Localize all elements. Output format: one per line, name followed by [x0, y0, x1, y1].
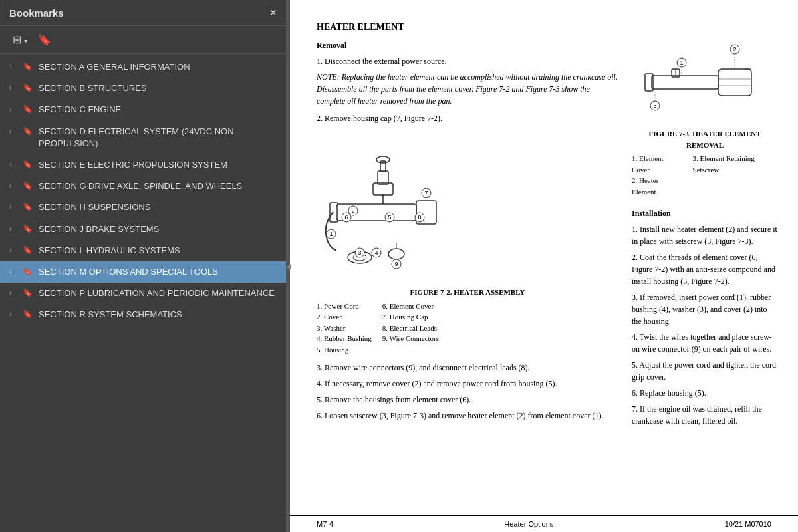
bookmark-page-icon: 🔖	[23, 267, 33, 276]
left-column: Removal 1. Disconnect the external power…	[317, 39, 618, 431]
legend-2-9: 9. Wire Connectors	[382, 333, 439, 344]
step-4: 4. If necessary, remove cover (2) and re…	[317, 378, 618, 390]
svg-text:6: 6	[344, 214, 348, 221]
sidebar-item-section-g[interactable]: ›🔖SECTION G DRIVE AXLE, SPINDLE, AND WHE…	[0, 176, 286, 197]
sidebar-item-label: SECTION D ELECTRICAL SYSTEM (24VDC NON-P…	[39, 126, 279, 150]
sidebar-item-label: SECTION M OPTIONS AND SPECIAL TOOLS	[39, 266, 218, 278]
svg-text:5: 5	[388, 214, 391, 221]
sidebar-item-label: SECTION C ENGINE	[39, 104, 121, 116]
legend-3-3: 3. Element Retaining Setscrew	[693, 153, 778, 175]
svg-text:1: 1	[329, 231, 332, 237]
legend-2-6: 6. Element Cover	[382, 301, 439, 312]
legend-3-2: 2. Heater Element	[632, 175, 682, 197]
removal-heading: Removal	[317, 39, 618, 51]
chevron-icon: ›	[9, 63, 17, 70]
sidebar-item-section-m[interactable]: ›🔖SECTION M OPTIONS AND SPECIAL TOOLS	[0, 261, 286, 283]
sidebar-item-label: SECTION P LUBRICATION AND PERIODIC MAINT…	[39, 287, 275, 299]
svg-text:8: 8	[418, 214, 421, 221]
installation-heading: Installation	[632, 207, 778, 219]
legend-2-8: 8. Electrical Leads	[382, 323, 439, 334]
inst-5: 5. Adjust the power cord and tighten the…	[632, 359, 778, 383]
sidebar-item-section-d[interactable]: ›🔖SECTION D ELECTRICAL SYSTEM (24VDC NON…	[0, 121, 286, 154]
chevron-icon: ›	[9, 160, 17, 168]
bookmark-page-icon: 🔖	[23, 202, 33, 211]
svg-text:4: 4	[374, 249, 378, 256]
svg-text:7: 7	[424, 190, 428, 196]
chevron-icon: ›	[9, 182, 17, 190]
inst-7: 7. If the engine oil was drained, refill…	[632, 403, 778, 427]
step-2: 2. Remove housing cap (7, Figure 7-2).	[317, 112, 618, 124]
chevron-icon: ›	[9, 310, 17, 318]
legend-2-7: 7. Housing Cap	[382, 311, 439, 323]
inst-1: 1. Install new heater element (2) and se…	[632, 223, 778, 247]
sidebar-item-label: SECTION L HYDRAULIC SYSTEMS	[39, 245, 180, 257]
svg-rect-5	[378, 171, 388, 184]
figure-7-3: 1 2 3 FIGURE 7-3. HEATER ELEMENT REMOVAL	[632, 39, 778, 197]
sidebar-list: ›🔖SECTION A GENERAL INFORMATION›🔖SECTION…	[0, 54, 286, 532]
legend-2-4: 4. Rubber Bushing	[317, 333, 372, 344]
chevron-icon: ›	[9, 246, 17, 254]
step-6: 6. Loosen setscrew (3, Figure 7-3) and r…	[317, 410, 618, 422]
svg-text:2: 2	[733, 46, 736, 53]
step-5: 5. Remove the housings from element cove…	[317, 394, 618, 406]
sidebar-item-label: SECTION B STRUCTURES	[39, 82, 147, 94]
bookmark-page-icon: 🔖	[23, 181, 33, 190]
legend-2-2: 2. Cover	[317, 311, 372, 323]
sidebar-item-label: SECTION H SUSPENSIONS	[39, 201, 150, 213]
svg-text:2: 2	[351, 207, 354, 214]
inst-6: 6. Replace housing (5).	[632, 387, 778, 399]
grid-icon: ⊞	[13, 34, 21, 45]
figure-3-legend: 1. Element Cover 2. Heater Element 3. El…	[632, 153, 778, 197]
svg-text:3: 3	[358, 249, 361, 256]
sidebar-item-section-b[interactable]: ›🔖SECTION B STRUCTURES	[0, 78, 286, 99]
chevron-icon: ›	[9, 203, 17, 211]
sidebar-toolbar: ⊞ ▾ 🔖	[0, 26, 286, 54]
view-options-button[interactable]: ⊞ ▾	[9, 31, 31, 48]
chevron-icon: ›	[9, 267, 17, 275]
footer-left: M7-4	[317, 520, 333, 528]
svg-point-7	[376, 156, 390, 163]
sidebar: Bookmarks × ⊞ ▾ 🔖 ›🔖SECTION A GENERAL IN…	[0, 0, 286, 532]
footer-right: 10/21 M07010	[725, 520, 771, 528]
page-footer: M7-4 Heater Options 10/21 M07010	[290, 515, 798, 532]
sidebar-item-section-c[interactable]: ›🔖SECTION C ENGINE	[0, 99, 286, 120]
figure-3-caption: FIGURE 7-3. HEATER ELEMENT REMOVAL	[632, 128, 778, 150]
sidebar-item-section-h[interactable]: ›🔖SECTION H SUSPENSIONS	[0, 197, 286, 218]
bookmark-page-icon: 🔖	[23, 83, 33, 92]
bookmark-page-icon: 🔖	[23, 104, 33, 114]
sidebar-item-section-r[interactable]: ›🔖SECTION R SYSTEM SCHEMATICS	[0, 304, 286, 325]
sidebar-item-section-a[interactable]: ›🔖SECTION A GENERAL INFORMATION	[0, 57, 286, 78]
legend-2-5: 5. Housing	[317, 344, 372, 356]
chevron-icon: ›	[9, 84, 17, 92]
sidebar-header: Bookmarks ×	[0, 0, 286, 26]
dropdown-arrow: ▾	[24, 37, 27, 45]
sidebar-item-label: SECTION J BRAKE SYSTEMS	[39, 223, 159, 235]
svg-text:9: 9	[394, 261, 398, 267]
svg-text:1: 1	[680, 59, 683, 66]
bookmark-page-icon: 🔖	[23, 224, 33, 233]
svg-rect-33	[718, 69, 751, 96]
sidebar-item-label: SECTION G DRIVE AXLE, SPINDLE, AND WHEEL…	[39, 180, 242, 192]
bookmark-button[interactable]: 🔖	[35, 31, 55, 48]
bookmark-page-icon: 🔖	[23, 309, 33, 319]
right-column: 1 2 3 FIGURE 7-3. HEATER ELEMENT REMOVAL	[632, 39, 778, 431]
bookmark-icon: 🔖	[38, 34, 51, 45]
close-button[interactable]: ×	[269, 7, 277, 19]
svg-rect-30	[652, 76, 718, 89]
inst-4: 4. Twist the wires together and place sc…	[632, 331, 778, 355]
heater-element-removal-diagram: 1 2 3	[632, 39, 771, 126]
resize-handle[interactable]	[286, 0, 290, 532]
bookmark-page-icon: 🔖	[23, 126, 33, 136]
sidebar-item-label: SECTION R SYSTEM SCHEMATICS	[39, 309, 182, 321]
chevron-icon: ›	[9, 127, 17, 135]
inst-2: 2. Coat the threads of element cover (6,…	[632, 251, 778, 287]
sidebar-item-section-e[interactable]: ›🔖SECTION E ELECTRIC PROPULSION SYSTEM	[0, 154, 286, 176]
step-1: 1. Disconnect the external power source.	[317, 55, 618, 67]
sidebar-item-section-j[interactable]: ›🔖SECTION J BRAKE SYSTEMS	[0, 219, 286, 240]
sidebar-item-label: SECTION A GENERAL INFORMATION	[39, 61, 190, 73]
inst-3: 3. If removed, insert power cord (1), ru…	[632, 291, 778, 327]
page-content: HEATER ELEMENT Removal 1. Disconnect the…	[290, 0, 798, 515]
sidebar-item-section-p[interactable]: ›🔖SECTION P LUBRICATION AND PERIODIC MAI…	[0, 283, 286, 304]
sidebar-title: Bookmarks	[9, 7, 64, 19]
sidebar-item-section-l[interactable]: ›🔖SECTION L HYDRAULIC SYSTEMS	[0, 240, 286, 261]
